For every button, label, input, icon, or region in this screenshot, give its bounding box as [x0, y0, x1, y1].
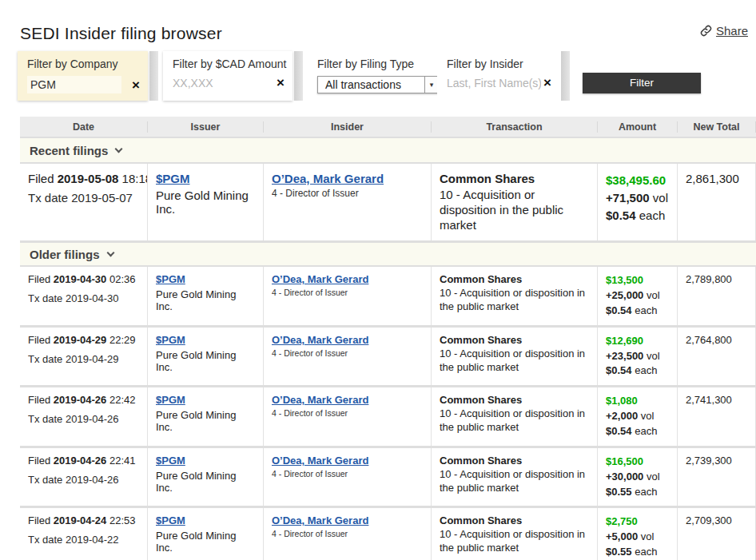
- price-value: $0.54: [606, 364, 632, 376]
- amount-filter-input[interactable]: [173, 77, 267, 89]
- insider-link[interactable]: O’Dea, Mark Gerard: [272, 273, 368, 285]
- company-filter-input[interactable]: [27, 76, 121, 93]
- transaction-desc: 10 - Acquisition or disposition in the p…: [440, 528, 589, 555]
- insider-role: 4 - Director of Issuer: [272, 288, 423, 297]
- insider-role: 4 - Director of Issuer: [272, 529, 423, 538]
- link-icon: [700, 25, 712, 37]
- filed-label: Filed: [28, 172, 54, 185]
- transaction-desc: 10 - Acquisition or disposition in the p…: [440, 468, 589, 495]
- each-label: each: [635, 546, 657, 558]
- filter-divider: [149, 51, 158, 101]
- new-total-cell: 2,789,800: [678, 267, 756, 325]
- insider-link[interactable]: O’Dea, Mark Gerard: [272, 514, 368, 526]
- ticker-link[interactable]: $PGM: [156, 394, 185, 406]
- column-header-issuer: Issuer: [148, 121, 264, 133]
- tx-date: 2019-04-26: [66, 413, 119, 425]
- filed-label: Filed: [28, 514, 50, 526]
- transaction-cell: Common Shares10 - Acquisition or disposi…: [432, 387, 598, 446]
- insider-link[interactable]: O’Dea, Mark Gerard: [272, 334, 368, 346]
- issuer-name: Pure Gold Mining Inc.: [156, 288, 255, 312]
- tx-date: 2019-05-07: [71, 191, 133, 205]
- issuer-cell: $PGMPure Gold Mining Inc.: [148, 267, 264, 325]
- tx-date: 2019-04-30: [66, 292, 119, 304]
- ticker-link[interactable]: $PGM: [156, 172, 190, 185]
- amount-value: $16,500: [606, 455, 669, 470]
- issuer-cell: $PGMPure Gold Mining Inc.: [148, 387, 264, 446]
- insider-link[interactable]: O’Dea, Mark Gerard: [272, 455, 368, 467]
- vol-label: vol: [641, 530, 655, 542]
- insider-link[interactable]: O’Dea, Mark Gerard: [272, 172, 384, 185]
- clear-company-icon[interactable]: ×: [132, 78, 140, 92]
- table-row: Filed 2019-04-30 02:36Tx date 2019-04-30…: [20, 267, 756, 325]
- section-header-older-filings[interactable]: Older filings: [20, 243, 756, 265]
- volume-value: +30,000: [606, 471, 643, 483]
- amount-value: $13,500: [606, 273, 669, 288]
- table-row: Filed 2019-04-26 22:41Tx date 2019-04-26…: [20, 448, 756, 506]
- tx-date: 2019-04-22: [66, 534, 119, 546]
- insider-role: 4 - Director of Issuer: [272, 408, 423, 418]
- column-header-new-total: New Total: [678, 121, 756, 133]
- issuer-name: Pure Gold Mining Inc.: [156, 189, 255, 216]
- filed-label: Filed: [28, 273, 50, 285]
- filing-type-select[interactable]: All transactions ▾: [317, 76, 439, 93]
- date-cell: Filed 2019-04-29 22:29Tx date 2019-04-29: [20, 328, 148, 386]
- ticker-link[interactable]: $PGM: [156, 334, 185, 346]
- issuer-cell: $PGMPure Gold Mining Inc.: [148, 508, 264, 560]
- filing-type-value: All transactions: [318, 77, 424, 93]
- transaction-desc: 10 - Acquisition or disposition in the p…: [440, 188, 589, 232]
- insider-link[interactable]: O’Dea, Mark Gerard: [272, 394, 368, 406]
- new-total-cell: 2,739,300: [678, 448, 756, 506]
- table-header-row: Date Issuer Insider Transaction Amount N…: [20, 117, 756, 137]
- volume-value: +23,500: [606, 350, 643, 362]
- insider-filter-input[interactable]: [447, 77, 541, 89]
- filter-group-filing-type: Filter by Filing Type All transactions ▾: [308, 51, 437, 101]
- clear-amount-icon[interactable]: ×: [277, 76, 284, 89]
- security-name: Common Shares: [440, 514, 589, 526]
- chevron-down-icon: [115, 145, 123, 153]
- new-total-cell: 2,861,300: [678, 164, 756, 240]
- price-value: $0.54: [606, 209, 636, 222]
- issuer-cell: $PGM Pure Gold Mining Inc.: [148, 164, 264, 240]
- column-header-amount: Amount: [598, 121, 678, 133]
- insider-cell: O’Dea, Mark Gerard4 - Director of Issuer: [264, 267, 432, 325]
- insider-role: 4 - Director of Issuer: [272, 188, 423, 199]
- section-label: Recent filings: [30, 144, 108, 157]
- ticker-link[interactable]: $PGM: [156, 273, 185, 285]
- security-name: Common Shares: [440, 172, 589, 185]
- filter-group-company: Filter by Company ×: [18, 51, 148, 101]
- issuer-cell: $PGMPure Gold Mining Inc.: [148, 448, 264, 506]
- table-row: Filed 2019-04-24 22:53Tx date 2019-04-22…: [20, 508, 756, 560]
- tx-date-label: Tx date: [28, 534, 62, 546]
- clear-insider-icon[interactable]: ×: [543, 76, 551, 89]
- ticker-link[interactable]: $PGM: [156, 514, 185, 526]
- new-total-cell: 2,709,300: [678, 508, 756, 560]
- date-cell: Filed 2019-04-30 02:36Tx date 2019-04-30: [20, 267, 148, 325]
- share-button[interactable]: Share: [700, 24, 748, 38]
- filed-date: 2019-04-24: [54, 514, 107, 526]
- volume-value: +71,500: [606, 191, 650, 205]
- tx-date-label: Tx date: [28, 474, 62, 486]
- issuer-cell: $PGMPure Gold Mining Inc.: [148, 328, 264, 386]
- insider-role: 4 - Director of Issuer: [272, 348, 423, 358]
- filed-time: 22:42: [109, 394, 136, 406]
- new-total-cell: 2,741,300: [678, 387, 756, 446]
- filing-type-filter-label: Filter by Filing Type: [317, 58, 429, 70]
- filter-submit-button[interactable]: Filter: [583, 73, 701, 93]
- tx-date-label: Tx date: [28, 353, 62, 365]
- ticker-link[interactable]: $PGM: [156, 455, 185, 467]
- insider-cell: O’Dea, Mark Gerard4 - Director of Issuer: [264, 448, 432, 506]
- transaction-cell: Common Shares10 - Acquisition or disposi…: [432, 267, 598, 325]
- amount-value: $12,690: [606, 334, 669, 349]
- filter-divider: [561, 51, 570, 101]
- filed-date: 2019-04-30: [54, 273, 107, 285]
- filed-time: 22:53: [109, 514, 136, 526]
- vol-label: vol: [647, 471, 660, 483]
- filed-time: 02:36: [109, 273, 136, 285]
- section-header-recent-filings[interactable]: Recent filings: [20, 138, 756, 162]
- tx-date-label: Tx date: [28, 292, 62, 304]
- filter-group-insider: Filter by Insider ×: [437, 51, 559, 101]
- date-cell: Filed 2019-04-26 22:42Tx date 2019-04-26: [20, 387, 148, 446]
- tx-date-label: Tx date: [28, 191, 68, 205]
- column-header-insider: Insider: [264, 121, 432, 133]
- dropdown-arrow-icon: ▾: [424, 77, 438, 93]
